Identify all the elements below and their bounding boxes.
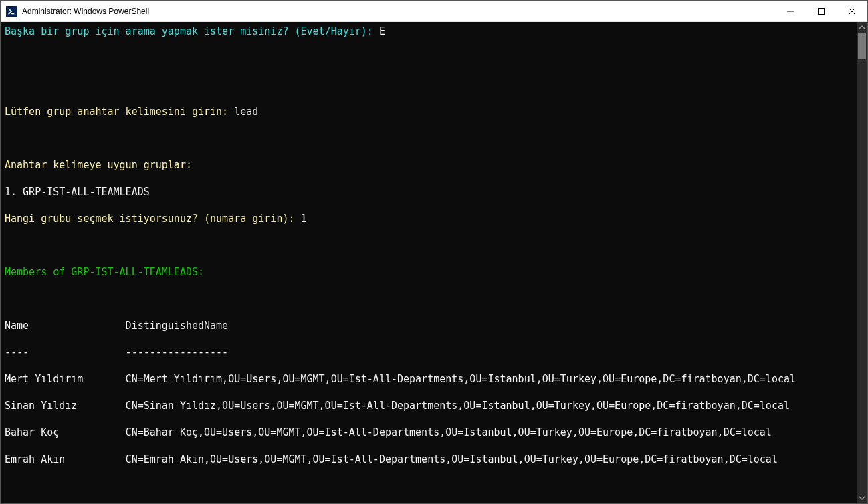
chevron-down-icon [859,495,865,501]
col-name: Name [5,319,126,332]
prompt-keyword: Lütfen grup anahtar kelimesini girin: [5,106,234,118]
input-keyword: lead [234,106,258,118]
scroll-up-button[interactable] [857,22,867,33]
maximize-button[interactable] [806,1,837,22]
member-dn: CN=Mert Yıldırım,OU=Users,OU=MGMT,OU=Ist… [126,373,796,385]
maximize-icon [818,8,825,15]
scroll-thumb[interactable] [858,33,866,59]
prompt-select-group: Hangi grubu seçmek istiyorsunuz? (numara… [5,213,301,225]
member-dn: CN=Emrah Akın,OU=Users,OU=MGMT,OU=Ist-Al… [126,453,778,465]
powershell-icon [6,6,17,17]
terminal-area: Başka bir grup için arama yapmak ister m… [1,22,867,503]
svg-rect-0 [819,8,825,14]
input-search-again-1: E [379,25,385,37]
scrollbar[interactable] [857,22,867,503]
member-name: Sinan Yıldız [5,399,126,412]
minimize-icon [787,8,794,15]
table-row: Bahar KoçCN=Bahar Koç,OU=Users,OU=MGMT,O… [5,426,853,439]
member-name: Bahar Koç [5,426,126,439]
table-row: Emrah AkınCN=Emrah Akın,OU=Users,OU=MGMT… [5,453,853,466]
titlebar-left: Administrator: Windows PowerShell [1,6,149,17]
table-row: Mert YıldırımCN=Mert Yıldırım,OU=Users,O… [5,372,853,386]
window-controls [775,1,867,22]
col-dn: DistinguishedName [126,320,229,332]
group-option-1: 1. GRP-IST-ALL-TEAMLEADS [5,186,150,198]
input-select-group: 1 [301,213,307,225]
powershell-window: Administrator: Windows PowerShell Başka … [1,1,867,503]
member-name: Emrah Akın [5,453,126,466]
prompt-search-again-1: Başka bir grup için arama yapmak ister m… [5,25,379,37]
member-dn: CN=Sinan Yıldız,OU=Users,OU=MGMT,OU=Ist-… [126,400,790,412]
matching-groups-header: Anahtar kelimeye uygun gruplar: [5,159,192,171]
close-button[interactable] [837,1,867,22]
members-header: Members of GRP-IST-ALL-TEAMLEADS: [5,266,204,278]
window-title: Administrator: Windows PowerShell [22,7,149,16]
minimize-button[interactable] [775,1,806,22]
titlebar[interactable]: Administrator: Windows PowerShell [1,1,867,22]
table-row: Sinan YıldızCN=Sinan Yıldız,OU=Users,OU=… [5,399,853,412]
member-dn: CN=Bahar Koç,OU=Users,OU=MGMT,OU=Ist-All… [126,426,772,438]
member-name: Mert Yıldırım [5,372,126,386]
table-header-row: NameDistinguishedName [5,319,853,332]
table-header-sep: --------------------- [5,346,853,359]
terminal-output[interactable]: Başka bir grup için arama yapmak ister m… [1,22,857,503]
scroll-down-button[interactable] [857,493,867,503]
close-icon [849,8,855,15]
chevron-up-icon [859,25,865,30]
